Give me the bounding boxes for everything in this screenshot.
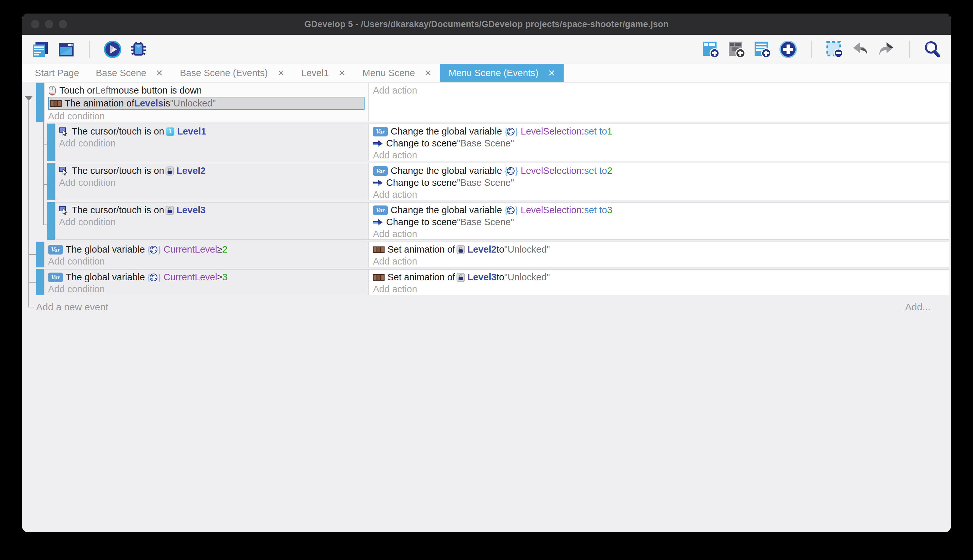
add-condition-button[interactable]: Add condition bbox=[48, 283, 368, 295]
add-action-button[interactable]: Add action bbox=[373, 149, 949, 161]
tab-menu-scene[interactable]: Menu Scene bbox=[354, 64, 440, 82]
delete-event-icon[interactable] bbox=[825, 40, 844, 59]
add-action-button[interactable]: Add action bbox=[373, 283, 949, 295]
action-param: "Base Scene" bbox=[457, 177, 514, 188]
condition-value: 2 bbox=[222, 244, 227, 255]
condition-text: The global variable bbox=[66, 272, 145, 283]
toolbar-divider bbox=[89, 41, 90, 58]
tab-level1[interactable]: Level1 bbox=[293, 64, 354, 82]
action-text: Change to scene bbox=[386, 177, 457, 188]
add-condition-button[interactable]: Add condition bbox=[59, 216, 368, 228]
add-condition-button[interactable]: Add condition bbox=[59, 177, 368, 189]
traffic-lights bbox=[31, 20, 67, 28]
gdevelop-window: GDevelop 5 - /Users/dkarakay/Documents/G… bbox=[22, 13, 951, 532]
tree-connector bbox=[43, 184, 47, 185]
add-event-icon[interactable] bbox=[701, 40, 720, 59]
sub-event-tree-line bbox=[43, 122, 44, 225]
condition-text: The animation of bbox=[65, 98, 134, 109]
add-condition-button[interactable]: Add condition bbox=[48, 255, 368, 267]
add-action-button[interactable]: Add action bbox=[373, 255, 949, 267]
tree-connector bbox=[28, 282, 36, 283]
add-condition-button[interactable]: Add condition bbox=[59, 137, 368, 149]
actions-cell: Set animation of Level2 to "Unlocked" Ad… bbox=[369, 242, 949, 267]
play-preview-icon[interactable] bbox=[103, 40, 122, 59]
global-variable-icon: {} bbox=[503, 205, 518, 215]
conditions-cell: The cursor/touch is on 1Level1 Add condi… bbox=[56, 124, 369, 161]
tab-label: Base Scene (Events) bbox=[180, 68, 267, 78]
variable-name: LevelSelection bbox=[521, 165, 581, 176]
tab-base-scene[interactable]: Base Scene bbox=[87, 64, 171, 82]
action[interactable]: Change to scene "Base Scene" bbox=[373, 177, 949, 189]
close-tab-icon[interactable] bbox=[425, 69, 432, 77]
action[interactable]: Var Change the global variable {}LevelSe… bbox=[373, 165, 949, 177]
close-tab-icon[interactable] bbox=[338, 69, 345, 77]
undo-icon[interactable] bbox=[851, 40, 870, 59]
event-bar[interactable] bbox=[36, 269, 44, 295]
action[interactable]: Change to scene "Base Scene" bbox=[373, 137, 949, 149]
add-condition-button[interactable]: Add condition bbox=[48, 110, 368, 122]
action[interactable]: Var Change the global variable {}LevelSe… bbox=[373, 125, 949, 137]
variable-name: CurrentLevel bbox=[163, 272, 217, 283]
add-event-dialog-icon[interactable] bbox=[779, 40, 798, 59]
action[interactable]: Set animation of Level2 to "Unlocked" bbox=[373, 243, 949, 255]
condition-param: Left bbox=[95, 85, 111, 96]
condition-text: mouse button is down bbox=[111, 85, 202, 96]
variable-icon: Var bbox=[48, 273, 63, 282]
minimize-window-button[interactable] bbox=[45, 20, 53, 28]
editor-tabbar: Start Page Base Scene Base Scene (Events… bbox=[22, 64, 951, 82]
conditions-cell: Var The global variable {}CurrentLevel ≥… bbox=[45, 242, 369, 267]
actions-cell: Var Change the global variable {}LevelSe… bbox=[369, 124, 949, 161]
object-thumbnail-lock bbox=[457, 245, 465, 254]
action[interactable]: Var Change the global variable {}LevelSe… bbox=[373, 204, 949, 216]
close-tab-icon[interactable] bbox=[277, 69, 285, 77]
condition-selected[interactable]: The animation of Levels is "Unlocked" bbox=[48, 97, 365, 110]
condition[interactable]: The cursor/touch is on Level2 bbox=[59, 165, 368, 177]
add-more-button[interactable]: Add... bbox=[905, 301, 930, 313]
condition-text: The global variable bbox=[66, 244, 145, 255]
close-tab-icon[interactable] bbox=[548, 69, 555, 77]
add-action-button[interactable]: Add action bbox=[373, 228, 949, 240]
action[interactable]: Change to scene "Base Scene" bbox=[373, 216, 949, 228]
action-param: "Base Scene" bbox=[457, 138, 514, 149]
action[interactable]: Set animation of Level3 to "Unlocked" bbox=[373, 271, 949, 283]
tab-base-scene-events[interactable]: Base Scene (Events) bbox=[171, 64, 293, 82]
debug-icon[interactable] bbox=[129, 40, 148, 59]
event-bar[interactable] bbox=[47, 202, 55, 240]
conditions-cell: Touch or Left mouse button is down The a… bbox=[45, 83, 369, 122]
conditions-cell: The cursor/touch is on Level3 Add condit… bbox=[56, 203, 369, 239]
condition[interactable]: Var The global variable {}CurrentLevel ≥… bbox=[48, 243, 368, 255]
add-action-button[interactable]: Add action bbox=[373, 189, 949, 201]
action-param: "Unlocked" bbox=[504, 272, 550, 283]
condition[interactable]: The cursor/touch is on 1Level1 bbox=[59, 125, 368, 137]
conditions-cell: The cursor/touch is on Level2 Add condit… bbox=[56, 163, 369, 200]
event-bar[interactable] bbox=[47, 163, 55, 200]
condition[interactable]: Touch or Left mouse button is down bbox=[48, 85, 368, 97]
event-bar[interactable] bbox=[36, 83, 44, 122]
zoom-window-button[interactable] bbox=[59, 20, 67, 28]
redo-icon[interactable] bbox=[877, 40, 896, 59]
scene-editor-window-icon[interactable] bbox=[57, 40, 75, 59]
project-manager-icon[interactable] bbox=[31, 40, 50, 59]
event-bar[interactable] bbox=[36, 242, 44, 267]
animation-icon bbox=[373, 273, 385, 281]
add-action-button[interactable]: Add action bbox=[373, 85, 949, 97]
tab-start-page[interactable]: Start Page bbox=[27, 64, 87, 82]
titlebar: GDevelop 5 - /Users/dkarakay/Documents/G… bbox=[22, 13, 951, 35]
tab-menu-scene-events[interactable]: Menu Scene (Events) bbox=[440, 64, 563, 82]
action-text: Change the global variable bbox=[391, 126, 502, 137]
action-text: to bbox=[496, 272, 504, 283]
action-text: to bbox=[496, 244, 504, 255]
condition[interactable]: The cursor/touch is on Level3 bbox=[59, 204, 368, 216]
add-sub-event-icon[interactable] bbox=[727, 40, 746, 59]
event-bar[interactable] bbox=[47, 123, 55, 161]
add-new-event-button[interactable]: Add a new event bbox=[36, 301, 108, 313]
actions-cell: Set animation of Level3 to "Unlocked" Ad… bbox=[369, 270, 949, 295]
actions-cell: Var Change the global variable {}LevelSe… bbox=[369, 203, 949, 239]
search-icon[interactable] bbox=[923, 40, 942, 59]
close-window-button[interactable] bbox=[31, 20, 39, 28]
condition[interactable]: Var The global variable {}CurrentLevel ≥… bbox=[48, 271, 368, 283]
actions-cell: Var Change the global variable {}LevelSe… bbox=[369, 163, 949, 200]
add-comment-icon[interactable] bbox=[753, 40, 772, 59]
close-tab-icon[interactable] bbox=[156, 69, 163, 77]
animation-icon bbox=[50, 100, 62, 107]
